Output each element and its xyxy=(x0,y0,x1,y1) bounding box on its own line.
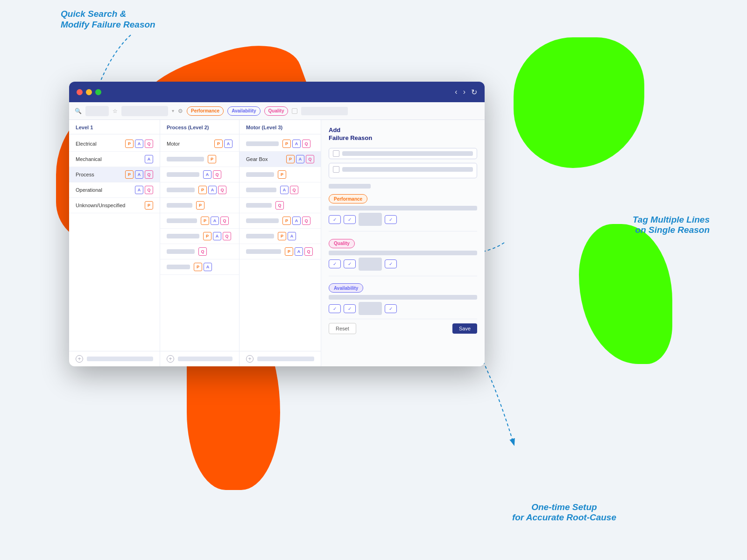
gray-bar xyxy=(246,188,276,192)
maximize-button[interactable] xyxy=(95,89,101,95)
row-operational[interactable]: Operational A Q xyxy=(69,182,160,198)
col2-header: Process (Level 2) xyxy=(160,120,239,134)
check-chip[interactable]: ✓ xyxy=(385,259,397,268)
row-process[interactable]: Process P A Q xyxy=(69,167,160,182)
check-chip[interactable]: ✓ xyxy=(385,304,397,313)
search-icon[interactable]: 🔍 xyxy=(75,108,82,114)
list-item[interactable]: P A xyxy=(160,259,239,275)
tag-a: A xyxy=(288,232,296,240)
row-tags: P xyxy=(278,170,286,179)
row-tags: P A Q xyxy=(203,232,231,240)
check-icon: ✓ xyxy=(348,217,352,222)
check-chip[interactable]: ✓ xyxy=(344,215,356,224)
panel-input-bar1 xyxy=(342,151,473,156)
panel-footer: Reset Save xyxy=(329,319,477,334)
back-button[interactable]: ‹ xyxy=(455,88,457,96)
refresh-button[interactable]: ↻ xyxy=(471,88,477,97)
col3-add-button[interactable]: + xyxy=(246,355,254,363)
check-chip[interactable]: ✓ xyxy=(329,259,341,268)
tag-p: P xyxy=(208,155,216,163)
qual-bar xyxy=(329,251,477,255)
check-chip[interactable]: ✓ xyxy=(344,304,356,313)
tag-a: A xyxy=(135,170,143,179)
blob-green-right xyxy=(579,224,672,364)
list-item[interactable]: P A Q xyxy=(240,213,321,229)
tag-p: P xyxy=(282,140,291,148)
filter-checkbox[interactable] xyxy=(292,108,297,114)
check-chip[interactable]: ✓ xyxy=(344,259,356,268)
column-level2: Process (Level 2) Motor P A P xyxy=(160,120,240,366)
check-chip[interactable]: ✓ xyxy=(385,215,397,224)
panel-checkbox2[interactable] xyxy=(333,166,339,173)
list-item[interactable]: A Q xyxy=(160,167,239,182)
list-item[interactable]: P A Q xyxy=(160,182,239,198)
pill-quality[interactable]: Quality xyxy=(264,106,289,116)
row-tags: A Q xyxy=(280,186,298,194)
row-gearbox[interactable]: Gear Box P A Q xyxy=(240,152,321,167)
list-item[interactable]: P A Q xyxy=(160,229,239,244)
row-mechanical[interactable]: Mechanical A xyxy=(69,152,160,167)
forward-button[interactable]: › xyxy=(463,88,465,96)
tag-a: A xyxy=(204,263,212,271)
pill-availability[interactable]: Availability xyxy=(227,106,260,116)
tag-a: A xyxy=(295,247,303,256)
reset-button[interactable]: Reset xyxy=(329,323,356,334)
list-item[interactable]: P xyxy=(160,198,239,213)
check-chip[interactable]: ✓ xyxy=(329,304,341,313)
perf-bar xyxy=(329,206,477,210)
dropdown-icon[interactable]: ▾ xyxy=(172,108,174,113)
col2-add-button[interactable]: + xyxy=(167,355,174,363)
tag-p: P xyxy=(203,232,211,240)
row-mechanical-tags: A xyxy=(145,155,153,163)
row-electrical[interactable]: Electrical P A Q xyxy=(69,136,160,152)
filter-input[interactable] xyxy=(121,106,168,116)
column-level3: Motor (Level 3) P A Q Gear Box P A xyxy=(240,120,321,366)
quality-checks: ✓ ✓ ✓ xyxy=(329,258,477,271)
panel-input-row1[interactable] xyxy=(329,148,477,159)
list-item[interactable]: P A Q xyxy=(160,213,239,229)
tag-p: P xyxy=(278,170,286,179)
tag-a: A xyxy=(296,155,304,163)
panel-textarea[interactable] xyxy=(329,163,477,178)
minimize-button[interactable] xyxy=(86,89,92,95)
list-item[interactable]: P xyxy=(240,167,321,182)
save-button[interactable]: Save xyxy=(452,323,477,334)
performance-section: Performance ✓ ✓ ✓ xyxy=(329,194,477,226)
gray-bar xyxy=(167,265,190,269)
panel-checkbox1[interactable] xyxy=(333,150,339,157)
tag-q: Q xyxy=(145,140,153,148)
list-item[interactable]: Q xyxy=(240,198,321,213)
col3-header: Motor (Level 3) xyxy=(240,120,321,134)
check-chip[interactable]: ✓ xyxy=(329,215,341,224)
row-motor[interactable]: Motor P A xyxy=(160,136,239,152)
gray-bar xyxy=(246,234,274,238)
divider xyxy=(329,276,477,276)
list-item[interactable]: P A Q xyxy=(240,136,321,152)
col1-body: Electrical P A Q Mechanical A Proc xyxy=(69,134,160,351)
row-unknown[interactable]: Unknown/Unspecified P xyxy=(69,198,160,213)
tag-a: A xyxy=(280,186,289,194)
check-icon: ✓ xyxy=(389,306,393,311)
close-button[interactable] xyxy=(77,89,83,95)
divider xyxy=(329,231,477,231)
gray-bar xyxy=(167,157,204,161)
pill-performance[interactable]: Performance xyxy=(187,106,224,116)
list-item[interactable]: P A Q xyxy=(240,244,321,259)
tag-p: P xyxy=(196,201,204,210)
row-operational-tags: A Q xyxy=(135,186,153,194)
row-tags: Q xyxy=(198,247,207,256)
list-item[interactable]: A Q xyxy=(240,182,321,198)
row-unknown-tags: P xyxy=(145,201,153,210)
col1-add-button[interactable]: + xyxy=(76,355,83,363)
title-bar: ‹ › ↻ xyxy=(69,82,485,102)
search-bar[interactable] xyxy=(301,107,348,115)
tag-a: A xyxy=(213,232,221,240)
address-input[interactable] xyxy=(85,106,109,116)
col3-footer-bar xyxy=(257,357,314,361)
list-item[interactable]: P A xyxy=(240,229,321,244)
list-item[interactable]: Q xyxy=(160,244,239,259)
col2-body: Motor P A P A Q xyxy=(160,134,239,351)
check-bar xyxy=(359,258,382,271)
category-tag-availability: Availability xyxy=(329,283,363,293)
list-item[interactable]: P xyxy=(160,152,239,167)
